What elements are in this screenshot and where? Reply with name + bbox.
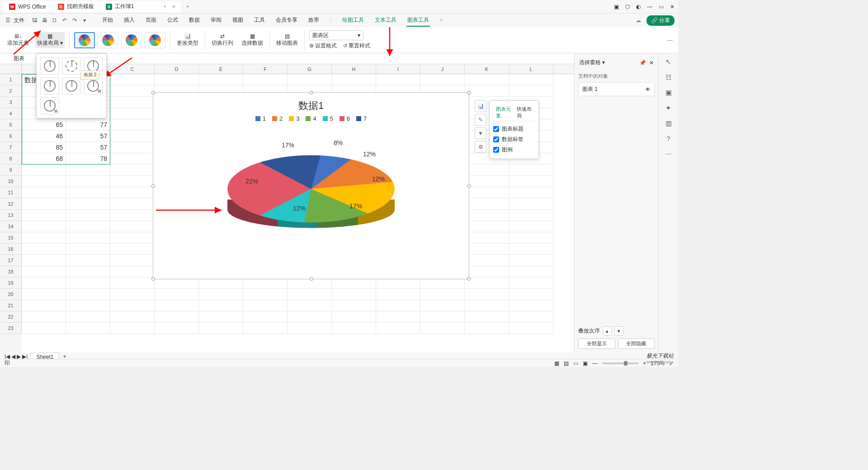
share-button[interactable]: 🔗 分享 (646, 15, 675, 26)
row-header-3[interactable]: 3 (0, 97, 22, 108)
cell-L20[interactable] (509, 289, 553, 300)
cell-K9[interactable] (465, 164, 509, 176)
cell-D21[interactable] (155, 300, 199, 311)
cell-G22[interactable] (288, 311, 332, 323)
cell-C11[interactable] (110, 187, 155, 198)
select-tool-icon[interactable]: ↖ (665, 58, 671, 66)
row-header-7[interactable]: 7 (0, 142, 22, 153)
cell-B16[interactable] (66, 244, 110, 255)
cell-B11[interactable] (66, 187, 110, 198)
cell-C7[interactable] (110, 142, 155, 153)
select-all-corner[interactable] (0, 64, 22, 74)
cell-A13[interactable] (22, 210, 66, 221)
cell-C1[interactable] (110, 74, 155, 85)
cell-A11[interactable] (22, 187, 66, 198)
panel-tab-layout[interactable]: 快速布局 (514, 104, 535, 121)
view-normal-icon[interactable]: ▦ (554, 360, 559, 367)
col-header-J[interactable]: J (420, 64, 465, 74)
row-header-2[interactable]: 2 (0, 85, 22, 97)
cell-A5[interactable]: 65 (22, 119, 66, 131)
cell-F1[interactable] (243, 74, 288, 85)
cell-B9[interactable] (66, 164, 110, 176)
menu-text-tools[interactable]: 文本工具 (374, 14, 397, 27)
chart-legend[interactable]: 1234567 (153, 115, 469, 122)
layout-option-2[interactable] (62, 57, 81, 75)
row-header-15[interactable]: 15 (0, 232, 22, 244)
switch-rc-button[interactable]: ⇄ 切换行列 (210, 32, 235, 48)
cell-I1[interactable] (376, 74, 420, 85)
cell-B19[interactable] (66, 277, 110, 289)
check-title[interactable]: 图表标题 (493, 124, 535, 134)
cell-K20[interactable] (465, 289, 509, 300)
reset-style-button[interactable]: ↺ 重置样式 (343, 42, 370, 50)
cell-A20[interactable] (22, 289, 66, 300)
row-header-8[interactable]: 8 (0, 153, 22, 164)
cell-L16[interactable] (509, 244, 553, 255)
cell-K19[interactable] (465, 277, 509, 289)
menu-data[interactable]: 数据 (188, 14, 201, 27)
move-chart-button[interactable]: ▤ 移动图表 (274, 32, 300, 48)
cell-B20[interactable] (66, 289, 110, 300)
style-thumb-4[interactable] (145, 32, 165, 48)
cloud-icon[interactable]: ☁ (636, 17, 641, 24)
cell-A23[interactable] (22, 323, 66, 334)
cell-L23[interactable] (509, 323, 553, 334)
cell-L10[interactable] (509, 176, 553, 187)
pie-chart[interactable]: 8% 12% 12% 17% 12% 22% 17% (227, 126, 395, 252)
redo-icon[interactable]: ↷ (71, 17, 79, 24)
col-header-D[interactable]: D (155, 64, 199, 74)
cell-I20[interactable] (376, 289, 420, 300)
cell-C6[interactable] (110, 131, 155, 142)
cell-A15[interactable] (22, 232, 66, 244)
cell-B13[interactable] (66, 210, 110, 221)
cell-B15[interactable] (66, 232, 110, 244)
cell-H20[interactable] (332, 289, 376, 300)
menu-insert[interactable]: 插入 (123, 14, 136, 27)
preview-icon[interactable]: 🗋 (51, 17, 59, 24)
row-header-6[interactable]: 6 (0, 131, 22, 142)
cell-B8[interactable]: 78 (66, 153, 110, 164)
legend-item-3[interactable]: 3 (289, 115, 299, 122)
cell-C9[interactable] (110, 164, 155, 176)
cell-E20[interactable] (199, 289, 243, 300)
chart-elements-button[interactable]: 📊 (475, 100, 486, 112)
zoom-out-button[interactable]: — (592, 360, 598, 367)
style-thumb-3[interactable] (121, 32, 142, 48)
col-header-G[interactable]: G (288, 64, 332, 74)
cell-L19[interactable] (509, 277, 553, 289)
cell-I22[interactable] (376, 311, 420, 323)
cell-A12[interactable] (22, 198, 66, 210)
cell-A22[interactable] (22, 311, 66, 323)
select-data-button[interactable]: ▦ 选择数据 (240, 32, 265, 48)
row-header-19[interactable]: 19 (0, 277, 22, 289)
cell-L13[interactable] (509, 210, 553, 221)
print-icon[interactable]: 🖶 (41, 17, 49, 24)
cell-C12[interactable] (110, 198, 155, 210)
menu-tools[interactable]: 工具 (253, 14, 266, 27)
sort-up-button[interactable]: ▴ (603, 326, 612, 336)
menu-start[interactable]: 开始 (101, 14, 114, 27)
cell-H1[interactable] (332, 74, 376, 85)
cell-K22[interactable] (465, 311, 509, 323)
visibility-icon[interactable]: 👁 (645, 86, 651, 93)
cell-H21[interactable] (332, 300, 376, 311)
cell-L17[interactable] (509, 255, 553, 266)
layout-option-4[interactable] (40, 77, 59, 94)
cell-A18[interactable] (22, 266, 66, 277)
col-header-F[interactable]: F (243, 64, 288, 74)
view-break-icon[interactable]: ▭ (573, 360, 578, 367)
cell-G20[interactable] (288, 289, 332, 300)
cell-B7[interactable]: 57 (66, 142, 110, 153)
cell-D20[interactable] (155, 289, 199, 300)
name-box[interactable]: 图表 (14, 55, 24, 62)
chart-filter-button[interactable]: ▼ (475, 127, 486, 139)
col-header-C[interactable]: C (110, 64, 155, 74)
cell-B6[interactable]: 57 (66, 131, 110, 142)
cell-F23[interactable] (243, 323, 288, 334)
cell-A21[interactable] (22, 300, 66, 311)
more-tool-icon[interactable]: ⋯ (665, 150, 672, 158)
style-thumb-1[interactable] (74, 32, 95, 48)
row-header-16[interactable]: 16 (0, 244, 22, 255)
cell-J20[interactable] (420, 289, 465, 300)
layout-option-5[interactable] (62, 77, 81, 94)
